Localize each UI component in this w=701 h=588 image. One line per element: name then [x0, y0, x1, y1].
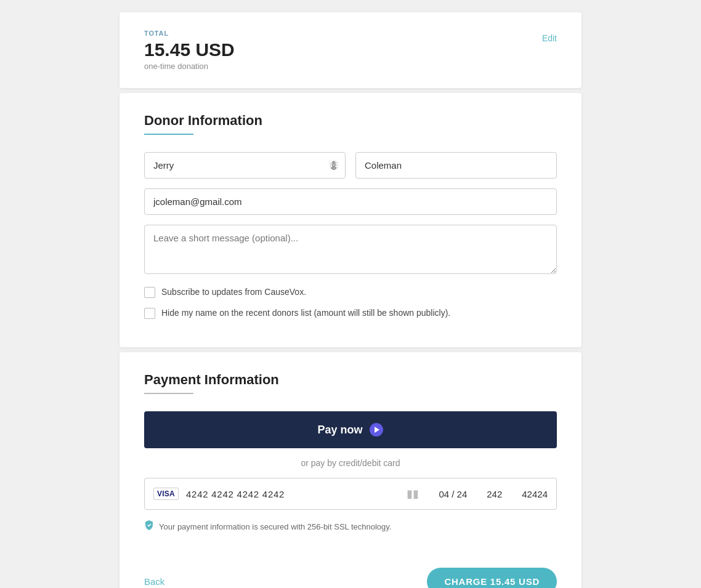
- back-link[interactable]: Back: [144, 576, 164, 587]
- name-row: ⛇: [144, 152, 557, 179]
- total-section: TOTAL 15.45 USD one-time donation Edit: [120, 12, 581, 88]
- card-number[interactable]: 4242 4242 4242 4242: [186, 489, 399, 499]
- card-cvv[interactable]: 242: [487, 489, 502, 499]
- edit-link[interactable]: Edit: [542, 33, 557, 43]
- charge-button[interactable]: CHARGE 15.45 USD: [427, 568, 557, 588]
- email-row: [144, 188, 557, 215]
- footer-section: Back CHARGE 15.45 USD: [120, 553, 581, 588]
- payment-section: Payment Information Pay now or pay by cr…: [120, 352, 581, 553]
- pay-now-label: Pay now: [317, 424, 362, 437]
- subscribe-checkbox[interactable]: [144, 287, 155, 298]
- total-label: TOTAL: [144, 30, 235, 37]
- email-field: [144, 188, 557, 215]
- or-text: or pay by credit/debit card: [144, 458, 557, 468]
- pay-now-icon: [369, 422, 384, 437]
- donor-section-title: Donor Information: [144, 113, 557, 129]
- shield-icon: [144, 520, 154, 533]
- security-text: Your payment information is secured with…: [159, 522, 391, 531]
- donor-underline: [144, 134, 193, 135]
- last-name-input[interactable]: [355, 152, 557, 179]
- card-expiry[interactable]: 04 / 24: [439, 489, 467, 499]
- security-notice: Your payment information is secured with…: [144, 520, 557, 533]
- first-name-field: ⛇: [144, 152, 346, 179]
- hide-name-checkbox[interactable]: [144, 308, 155, 319]
- message-row: [144, 225, 557, 276]
- card-icon: ▮▮: [407, 487, 419, 501]
- donor-section: Donor Information ⛇: [120, 93, 581, 347]
- message-field: [144, 225, 557, 276]
- visa-logo: VISA: [153, 488, 179, 500]
- payment-underline: [144, 393, 193, 394]
- message-textarea[interactable]: [144, 225, 557, 274]
- card-input-row: VISA 4242 4242 4242 4242 ▮▮ 04 / 24 242 …: [144, 478, 557, 510]
- first-name-input[interactable]: [144, 152, 346, 179]
- hide-name-row: Hide my name on the recent donors list (…: [144, 307, 557, 320]
- email-input[interactable]: [144, 188, 557, 215]
- contact-icon: ⛇: [330, 161, 338, 171]
- total-type: one-time donation: [144, 62, 235, 71]
- pay-now-button[interactable]: Pay now: [144, 411, 557, 448]
- subscribe-row: Subscribe to updates from CauseVox.: [144, 286, 557, 299]
- total-amount: 15.45 USD: [144, 39, 235, 60]
- card-zip[interactable]: 42424: [522, 489, 548, 499]
- hide-name-label: Hide my name on the recent donors list (…: [161, 307, 450, 320]
- subscribe-label: Subscribe to updates from CauseVox.: [161, 286, 306, 299]
- payment-section-title: Payment Information: [144, 372, 557, 388]
- last-name-field: [355, 152, 557, 179]
